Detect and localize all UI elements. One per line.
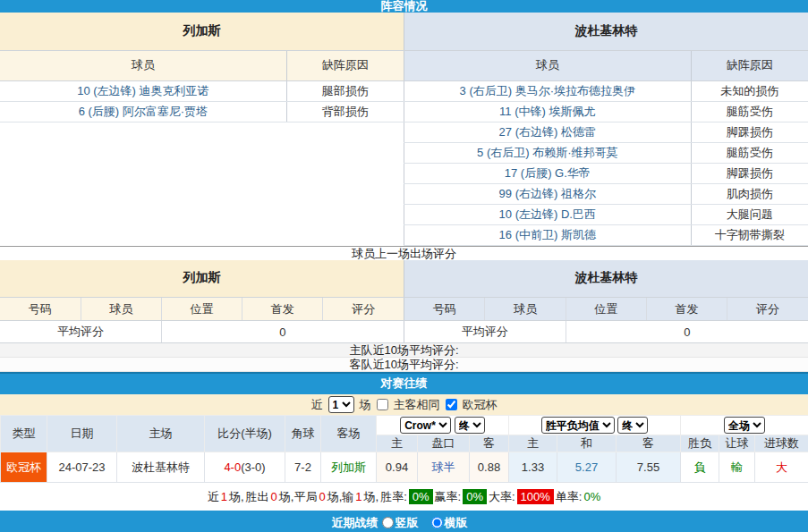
- home-player-col-header: 球员: [0, 50, 286, 80]
- home-reason-col-header: 缺阵原因: [286, 50, 404, 80]
- table-row: 10 (左边锋) D.巴西 大腿问题: [404, 204, 808, 224]
- h2h-filter-bar: 近 1 场 主客相同 欧冠杯: [0, 394, 808, 415]
- away-team-link[interactable]: 列加斯: [321, 452, 377, 483]
- absence-reason: 腿部损伤: [322, 84, 369, 97]
- avg-source-select[interactable]: 胜平负均值: [541, 417, 615, 434]
- odds-group-header: Crow* 终: [377, 416, 509, 435]
- player-link[interactable]: 99 (右边锋) 祖格尔: [499, 187, 596, 200]
- summary-total: 1: [221, 490, 227, 503]
- summary-draws: 0: [319, 490, 325, 503]
- col-number: 号码: [0, 298, 81, 321]
- recent-results-bar: 近期战绩 竖版 横版: [0, 511, 808, 532]
- player-link[interactable]: 10 (左边锋) D.巴西: [499, 207, 596, 221]
- avg-home-value: 1.33: [509, 452, 557, 483]
- col-handicap: 盘口: [418, 435, 470, 452]
- win-rate-label: 胜率:: [380, 489, 407, 505]
- avg-away-value: 7.55: [617, 452, 681, 483]
- player-link[interactable]: 17 (后腰) G.华帝: [505, 166, 591, 180]
- odds-source-select[interactable]: Crow*: [400, 417, 451, 434]
- table-row: 16 (中前卫) 斯凯德 十字韧带撕裂: [404, 224, 808, 245]
- horizontal-layout-radio[interactable]: [431, 517, 443, 528]
- full-score: 4-0: [224, 460, 241, 474]
- goals-value: 大: [755, 452, 808, 483]
- win-rate-badge: 0%: [409, 489, 433, 504]
- match-type-link[interactable]: 欧冠杯: [1, 452, 47, 483]
- home-team-name: 列加斯: [0, 260, 404, 298]
- col-player: 球员: [81, 298, 161, 321]
- player-link[interactable]: 27 (右边锋) 松德雷: [499, 125, 596, 139]
- big-rate-badge: 100%: [517, 489, 554, 504]
- col-odds-home: 主: [377, 435, 418, 452]
- scope-group-header: 全场: [681, 416, 808, 435]
- col-number: 号码: [404, 298, 485, 321]
- vertical-layout-label[interactable]: 竖版: [395, 515, 419, 531]
- col-score: 比分(半场): [205, 416, 285, 452]
- vertical-layout-radio[interactable]: [382, 517, 394, 528]
- col-odds-away: 客: [470, 435, 509, 452]
- corner-score: 7-2: [285, 452, 321, 483]
- same-venue-checkbox[interactable]: [377, 399, 388, 410]
- home-lineup-table: 列加斯 球员 缺阵原因 10 (左边锋) 迪奥克利亚诺 腿部损伤 6 (后腰) …: [0, 13, 404, 122]
- profit-rate-badge: 0%: [463, 489, 487, 504]
- table-row: 27 (右边锋) 松德雷 脚踝损伤: [404, 122, 808, 142]
- profit-rate-label: 赢率:: [435, 489, 462, 505]
- home-team-name: 列加斯: [0, 13, 404, 50]
- handicap-value: 球半: [418, 452, 470, 483]
- absence-reason: 脚踝损伤: [727, 125, 773, 139]
- avg-rating-value: 0: [566, 321, 808, 343]
- summary-near: 近: [208, 489, 219, 505]
- summary-wins: 0: [271, 490, 277, 503]
- away-last10-rating: 客队近10场平均评分:: [0, 358, 808, 372]
- avg-rating-label: 平均评分: [404, 321, 566, 343]
- page: 阵容情况 列加斯 球员 缺阵原因 10 (左边锋) 迪奥克利亚诺 腿部损伤 6 …: [0, 0, 808, 532]
- table-row: 6 (后腰) 阿尔富塞尼·贾塔 背部损伤: [0, 101, 404, 122]
- col-result: 胜负: [681, 435, 719, 452]
- big-rate-label: 大率:: [489, 489, 515, 505]
- col-starting: 首发: [646, 298, 727, 321]
- cup-checkbox[interactable]: [446, 399, 457, 410]
- absence-reason: 肌肉损伤: [727, 187, 773, 200]
- player-link[interactable]: 11 (中锋) 埃斯佩尤: [499, 105, 595, 118]
- summary-t3: 场,输: [327, 489, 354, 505]
- absence-reason: 脚踝损伤: [727, 166, 773, 180]
- h2h-section-title: 对赛往绩: [0, 372, 808, 394]
- col-player: 球员: [485, 298, 566, 321]
- player-link[interactable]: 5 (右后卫) 布赖斯·维邦哥莫: [477, 146, 617, 159]
- col-position: 位置: [566, 298, 646, 321]
- table-row: 10 (左边锋) 迪奥克利亚诺 腿部损伤: [0, 80, 404, 101]
- horizontal-layout-label[interactable]: 横版: [445, 515, 468, 531]
- handicap-result-value: 輸: [719, 452, 755, 483]
- avg-group-header: 胜平负均值 终: [509, 416, 681, 435]
- player-link[interactable]: 10 (左边锋) 迪奥克利亚诺: [77, 84, 208, 97]
- away-ratings-table: 波杜基林特 号码 球员 位置 首发 评分 平均评分 0: [404, 260, 808, 344]
- col-rating: 评分: [323, 298, 404, 321]
- home-last10-rating: 主队近10场平均评分:: [0, 343, 808, 358]
- away-team-name: 波杜基林特: [404, 260, 808, 298]
- table-row: 11 (中锋) 埃斯佩尤 腿筋受伤: [404, 101, 808, 122]
- avg-rating-value: 0: [161, 321, 404, 343]
- summary-losses: 1: [355, 490, 361, 503]
- scope-select[interactable]: 全场: [724, 417, 765, 434]
- single-rate-label: 单率:: [556, 489, 583, 505]
- player-link[interactable]: 6 (后腰) 阿尔富塞尼·贾塔: [79, 105, 208, 118]
- h2h-summary: 近 1 场, 胜出 0 场,平局 0 场,输 1 场, 胜率: 0% 赢率: 0…: [0, 483, 808, 511]
- match-count-select[interactable]: 1: [328, 396, 354, 413]
- absence-reason: 腿筋受伤: [727, 105, 773, 118]
- unit-label: 场: [360, 397, 371, 413]
- absence-reason: 未知的损伤: [720, 84, 778, 97]
- ratings-tables: 列加斯 号码 球员 位置 首发 评分 平均评分 0 波杜基林特 号码 球员 位置…: [0, 260, 808, 344]
- avg-rating-label: 平均评分: [0, 321, 161, 343]
- summary-win-label: 胜出: [246, 489, 269, 505]
- absence-reason: 十字韧带撕裂: [715, 228, 785, 241]
- lineup-section-title: 阵容情况: [0, 0, 808, 13]
- score-cell: 4-0(3-0): [205, 452, 285, 483]
- home-team-link[interactable]: 波杜基林特: [117, 452, 205, 483]
- player-link[interactable]: 3 (右后卫) 奥马尔·埃拉布德拉奥伊: [460, 84, 635, 97]
- odds-stage-select[interactable]: 终: [455, 417, 485, 434]
- same-venue-label: 主客相同: [394, 397, 440, 413]
- cup-label: 欧冠杯: [463, 397, 498, 413]
- avg-stage-select[interactable]: 终: [617, 417, 648, 434]
- col-goals: 进球数: [755, 435, 808, 452]
- col-avg-home: 主: [509, 435, 557, 452]
- player-link[interactable]: 16 (中前卫) 斯凯德: [499, 228, 596, 241]
